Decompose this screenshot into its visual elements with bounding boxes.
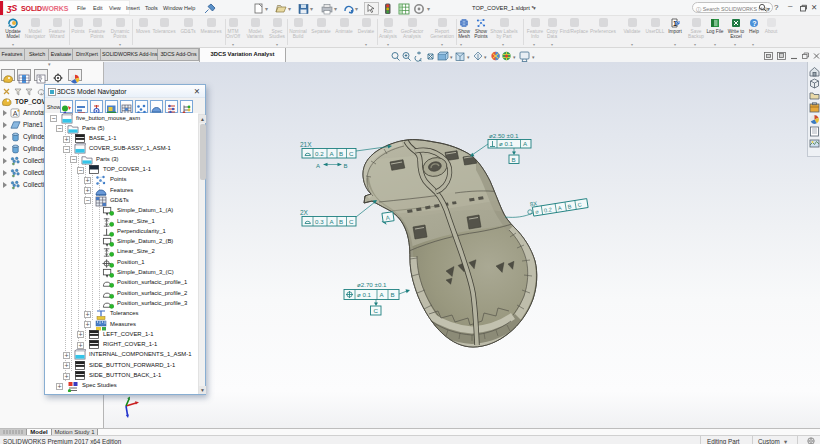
svg-text:B: B (391, 291, 395, 298)
svg-text:▾: ▾ (334, 6, 337, 12)
svg-text:B: B (339, 150, 343, 157)
svg-text:A: A (316, 163, 320, 169)
svg-text:▾: ▾ (513, 54, 516, 60)
svg-text:0.2: 0.2 (315, 150, 324, 157)
svg-text:⌀2.70 ±0.1: ⌀2.70 ±0.1 (357, 281, 387, 288)
svg-text:⌀ 0.1: ⌀ 0.1 (357, 291, 372, 298)
svg-text:21X: 21X (300, 141, 312, 148)
svg-text:▾: ▾ (767, 6, 770, 12)
svg-text:▾: ▾ (450, 54, 453, 60)
svg-text:A: A (13, 109, 18, 118)
svg-text:▾: ▾ (355, 6, 358, 12)
svg-text:▾: ▾ (532, 54, 535, 60)
svg-text:B: B (512, 156, 516, 163)
svg-text:0.3: 0.3 (315, 218, 324, 225)
svg-text:C: C (349, 150, 354, 157)
svg-text:⌀2.50 ±0.1: ⌀2.50 ±0.1 (489, 132, 519, 139)
svg-text:⌀ 0.1: ⌀ 0.1 (499, 140, 514, 147)
svg-text:2X: 2X (300, 209, 309, 216)
svg-text:▾: ▾ (288, 6, 291, 12)
svg-text:B: B (344, 163, 348, 169)
svg-text:▾: ▾ (467, 54, 470, 60)
svg-text:▾: ▾ (265, 6, 268, 12)
svg-text:▾: ▾ (484, 54, 487, 60)
svg-text:▾: ▾ (427, 6, 430, 12)
svg-text:▾: ▾ (310, 6, 313, 12)
svg-text:C: C (349, 218, 354, 225)
svg-text:C: C (374, 307, 379, 314)
svg-text:B: B (339, 218, 343, 225)
svg-text:0.2: 0.2 (544, 206, 553, 213)
